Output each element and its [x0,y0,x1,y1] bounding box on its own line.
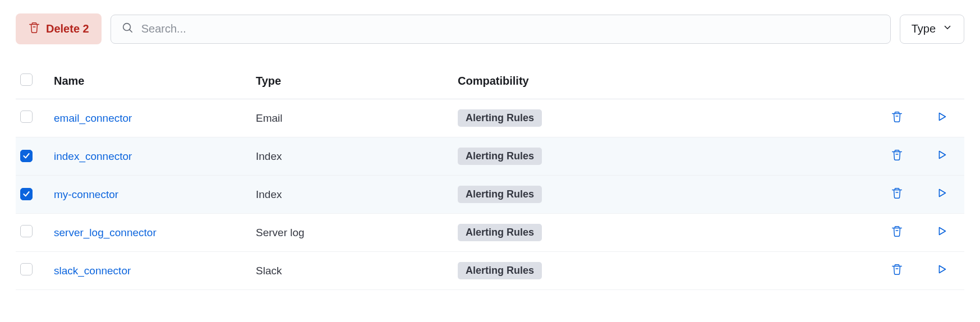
connector-name-link[interactable]: index_connector [54,150,132,162]
trash-icon [891,263,903,278]
row-checkbox[interactable] [20,225,33,237]
column-header-compatibility[interactable]: Compatibility [453,67,875,99]
table-row: email_connectorEmailAlerting Rules [16,99,964,137]
table-row: server_log_connectorServer logAlerting R… [16,214,964,252]
trash-icon [891,149,903,164]
row-run-button[interactable] [933,224,950,241]
connector-name-link[interactable]: email_connector [54,112,132,124]
compatibility-badge: Alerting Rules [458,186,542,203]
trash-icon [891,187,903,202]
compatibility-badge: Alerting Rules [458,148,542,165]
search-icon [121,21,134,36]
play-icon [936,263,948,278]
row-run-button[interactable] [933,263,950,279]
play-icon [936,225,948,240]
play-icon [936,149,948,164]
row-run-button[interactable] [933,186,950,203]
search-input[interactable] [134,18,880,40]
row-checkbox[interactable] [20,263,33,275]
connector-type: Slack [256,265,282,277]
column-header-type[interactable]: Type [251,67,453,99]
row-delete-button[interactable] [889,186,905,203]
table-row: slack_connectorSlackAlerting Rules [16,252,964,290]
select-all-checkbox[interactable] [20,73,33,86]
connector-name-link[interactable]: slack_connector [54,265,131,277]
compatibility-badge: Alerting Rules [458,262,542,279]
table-row: my-connectorIndexAlerting Rules [16,176,964,214]
compatibility-badge: Alerting Rules [458,109,542,127]
row-run-button[interactable] [933,110,950,127]
chevron-down-icon [942,22,953,35]
row-checkbox[interactable] [20,111,33,123]
compatibility-badge: Alerting Rules [458,224,542,241]
trash-icon [891,225,903,240]
type-filter-label: Type [912,22,936,35]
trash-icon [891,111,903,126]
row-delete-button[interactable] [889,263,905,279]
search-field[interactable] [111,15,891,44]
connector-name-link[interactable]: server_log_connector [54,227,157,238]
connector-type: Email [256,112,283,124]
toolbar: Delete 2 Type [16,13,964,44]
column-header-name[interactable]: Name [49,67,251,99]
row-run-button[interactable] [933,148,950,165]
play-icon [936,187,948,202]
row-delete-button[interactable] [889,224,905,241]
type-filter[interactable]: Type [900,15,964,44]
row-checkbox[interactable] [20,188,33,200]
row-checkbox[interactable] [20,150,33,162]
play-icon [936,111,948,126]
table-row: index_connectorIndexAlerting Rules [16,137,964,176]
delete-button[interactable]: Delete 2 [16,13,102,44]
connector-type: Index [256,150,282,162]
row-delete-button[interactable] [889,110,905,127]
row-delete-button[interactable] [889,148,905,165]
connector-type: Index [256,188,282,200]
connector-name-link[interactable]: my-connector [54,188,118,200]
trash-icon [28,21,40,36]
connectors-table: Name Type Compatibility email_connectorE… [16,67,964,290]
delete-button-label: Delete 2 [46,22,89,35]
connector-type: Server log [256,227,305,238]
